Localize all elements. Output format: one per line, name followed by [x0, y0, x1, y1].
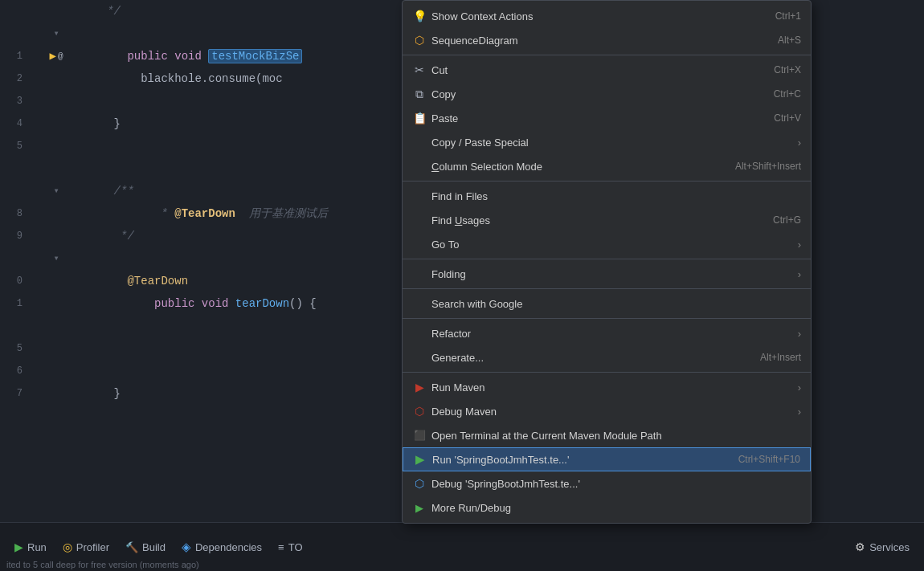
menu-item-debug-maven[interactable]: ⬡ Debug Maven › — [403, 399, 811, 423]
profiler-toolbar-icon: ◎ — [63, 540, 72, 553]
menu-item-copy-paste-special[interactable]: Copy / Paste Special › — [403, 130, 811, 154]
menu-item-label: Refactor — [428, 328, 791, 340]
gutter: ▾ — [32, 22, 80, 45]
run-gutter-icon[interactable]: ▶ @ — [49, 45, 63, 67]
menu-item-label: Search with Google — [428, 298, 801, 310]
menu-separator — [403, 55, 811, 55]
build-toolbar-icon: 🔨 — [125, 541, 138, 553]
more-run-icon: ▶ — [411, 502, 428, 514]
menu-item-find-usages[interactable]: Find Usages Ctrl+G — [403, 208, 811, 232]
context-menu: 💡 Show Context Actions Ctrl+1 ⬡ Sequence… — [402, 0, 812, 524]
cut-icon: ✂ — [411, 63, 428, 76]
toolbar-services-label: Services — [869, 541, 910, 553]
toolbar-profiler-label: Profiler — [76, 541, 109, 553]
menu-item-label: More Run/Debug — [428, 502, 801, 514]
menu-item-generate[interactable]: Generate... Alt+Insert — [403, 345, 811, 369]
menu-item-find-in-files[interactable]: Find in Files — [403, 184, 811, 208]
submenu-arrow: › — [798, 406, 801, 418]
menu-item-more-run[interactable]: ▶ More Run/Debug — [403, 496, 811, 520]
toolbar-profiler[interactable]: ◎ Profiler — [55, 536, 117, 558]
menu-item-shortcut: Ctrl+X — [758, 64, 801, 75]
menu-item-run-maven[interactable]: ▶ Run Maven › — [403, 375, 811, 399]
toolbar-dependencies[interactable]: ◈ Dependencies — [174, 535, 270, 559]
menu-item-label: Copy / Paste Special — [428, 137, 791, 149]
menu-item-column-selection[interactable]: Column Selection Mode Alt+Shift+Insert — [403, 154, 811, 178]
deps-toolbar-icon: ◈ — [182, 540, 191, 554]
menu-separator — [403, 372, 811, 373]
submenu-arrow: › — [798, 381, 801, 394]
menu-item-shortcut: Ctrl+C — [758, 88, 801, 100]
menu-item-paste[interactable]: 📋 Paste Ctrl+V — [403, 106, 811, 130]
menu-item-label: Cut — [428, 64, 758, 76]
menu-item-open-terminal[interactable]: ⬛ Open Terminal at the Current Maven Mod… — [403, 423, 811, 447]
line-number: 5 — [0, 337, 32, 360]
gutter: ▾ — [32, 180, 80, 202]
toolbar-run[interactable]: ▶ Run — [6, 536, 55, 558]
submenu-arrow: › — [798, 239, 801, 251]
line-number: 1 — [0, 292, 32, 315]
terminal-icon: ⬛ — [411, 430, 428, 441]
menu-item-shortcut: Alt+Shift+Insert — [719, 161, 801, 172]
line-number: 1 — [0, 45, 32, 67]
todo-toolbar-icon: ≡ — [278, 541, 284, 553]
menu-item-folding[interactable]: Folding › — [403, 262, 811, 286]
maven-run-icon: ▶ — [411, 381, 428, 394]
at-icon: @ — [58, 45, 63, 67]
menu-separator — [403, 288, 811, 289]
menu-item-goto[interactable]: Go To › — [403, 232, 811, 256]
line-number: 5 — [0, 135, 32, 157]
toolbar-build[interactable]: 🔨 Build — [117, 536, 174, 558]
menu-item-label: Show Context Actions — [428, 10, 759, 22]
maven-debug-icon: ⬡ — [411, 405, 428, 418]
menu-item-refactor[interactable]: Refactor › — [403, 321, 811, 345]
toolbar-deps-label: Dependencies — [195, 541, 262, 553]
menu-item-label: SequenceDiagram — [428, 35, 762, 47]
menu-item-show-context-actions[interactable]: 💡 Show Context Actions Ctrl+1 — [403, 4, 811, 28]
run-icon[interactable]: ▶ — [49, 45, 55, 67]
seq-icon: ⬡ — [411, 34, 428, 47]
toolbar-run-label: Run — [27, 541, 47, 553]
menu-item-search-google[interactable]: Search with Google — [403, 292, 811, 316]
toolbar-services[interactable]: ⚙ Services — [847, 536, 918, 558]
line-number: 7 — [0, 382, 32, 405]
line-number: 3 — [0, 90, 32, 112]
bulb-icon: 💡 — [411, 10, 428, 22]
line-number: 8 — [0, 202, 32, 225]
menu-item-sequence-diagram[interactable]: ⬡ SequenceDiagram Alt+S — [403, 28, 811, 52]
fold-marker[interactable]: ▾ — [53, 22, 59, 45]
debug-test-icon: ⬡ — [411, 477, 428, 490]
menu-item-label: Copy — [428, 88, 758, 100]
fold-marker2[interactable]: ▾ — [53, 247, 59, 270]
menu-separator — [403, 259, 811, 259]
menu-item-shortcut: Ctrl+1 — [759, 10, 801, 22]
copy-icon: ⧉ — [411, 88, 428, 101]
menu-item-label: Paste — [428, 112, 758, 124]
menu-item-copy[interactable]: ⧉ Copy Ctrl+C — [403, 82, 811, 106]
toolbar-build-label: Build — [142, 541, 166, 553]
menu-item-label: Debug Maven — [428, 406, 791, 418]
menu-item-label: Run Maven — [428, 381, 791, 394]
line-number: 4 — [0, 112, 32, 135]
line-number: 6 — [0, 360, 32, 382]
submenu-arrow: › — [798, 137, 801, 149]
fold-marker[interactable]: ▾ — [53, 180, 59, 202]
menu-item-label: Debug 'SpringBootJmhTest.te...' — [428, 478, 801, 490]
menu-item-cut[interactable]: ✂ Cut Ctrl+X — [403, 58, 811, 82]
paste-icon: 📋 — [411, 112, 428, 124]
menu-item-label: Go To — [428, 239, 791, 251]
services-toolbar-icon: ⚙ — [855, 540, 865, 553]
menu-item-label: Find Usages — [428, 214, 757, 226]
menu-item-label: Run 'SpringBootJmhTest.te...' — [429, 454, 722, 466]
gutter: ▶ @ — [32, 45, 80, 67]
bottom-toolbar: ▶ Run ◎ Profiler 🔨 Build ◈ Dependencies … — [0, 522, 924, 571]
menu-separator — [403, 318, 811, 319]
menu-separator — [403, 181, 811, 181]
toolbar-todo[interactable]: ≡ TO — [270, 536, 310, 558]
line-number: 9 — [0, 225, 32, 247]
menu-item-label: Column Selection Mode — [428, 161, 719, 173]
submenu-arrow: › — [798, 268, 801, 280]
menu-item-run-test[interactable]: ▶ Run 'SpringBootJmhTest.te...' Ctrl+Shi… — [403, 447, 811, 471]
menu-item-debug-test[interactable]: ⬡ Debug 'SpringBootJmhTest.te...' — [403, 471, 811, 496]
menu-item-shortcut: Ctrl+G — [757, 214, 801, 226]
menu-item-label: Folding — [428, 268, 791, 280]
